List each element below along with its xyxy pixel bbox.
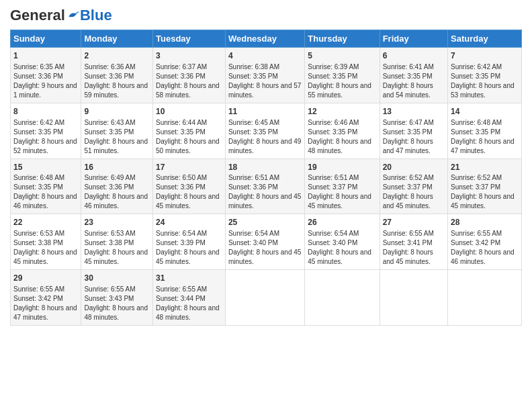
sunrise-text: Sunrise: 6:53 AM <box>13 230 64 237</box>
daylight-text: Daylight: 8 hours and 45 minutes. <box>156 193 220 210</box>
sunrise-text: Sunrise: 6:35 AM <box>13 63 64 71</box>
calendar-cell: 27Sunrise: 6:55 AMSunset: 3:41 PMDayligh… <box>380 214 447 270</box>
sunset-text: Sunset: 3:35 PM <box>13 128 63 136</box>
sunrise-text: Sunrise: 6:43 AM <box>84 119 135 126</box>
calendar-cell: 6Sunrise: 6:41 AMSunset: 3:35 PMDaylight… <box>380 48 447 103</box>
sunset-text: Sunset: 3:38 PM <box>84 239 134 246</box>
day-number: 22 <box>13 217 78 228</box>
daylight-text: Daylight: 8 hours and 50 minutes. <box>156 138 220 154</box>
daylight-text: Daylight: 8 hours and 54 minutes. <box>383 82 433 99</box>
day-number: 14 <box>451 106 519 118</box>
day-number: 21 <box>451 162 519 173</box>
calendar-cell: 16Sunrise: 6:49 AMSunset: 3:36 PMDayligh… <box>81 158 153 214</box>
day-number: 8 <box>13 106 78 118</box>
daylight-text: Daylight: 8 hours and 47 minutes. <box>13 304 77 321</box>
day-number: 11 <box>228 106 302 118</box>
daylight-text: Daylight: 8 hours and 48 minutes. <box>84 304 148 321</box>
daylight-text: Daylight: 8 hours and 45 minutes. <box>156 248 220 265</box>
day-header-friday: Friday <box>380 30 447 48</box>
sunset-text: Sunset: 3:36 PM <box>13 73 63 80</box>
daylight-text: Daylight: 8 hours and 46 minutes. <box>13 193 77 210</box>
daylight-text: Daylight: 8 hours and 47 minutes. <box>451 138 515 154</box>
sunrise-text: Sunrise: 6:42 AM <box>451 63 502 71</box>
daylight-text: Daylight: 8 hours and 55 minutes. <box>308 82 371 99</box>
calendar-cell: 26Sunrise: 6:54 AMSunset: 3:40 PMDayligh… <box>305 214 380 270</box>
daylight-text: Daylight: 8 hours and 45 minutes. <box>383 193 433 210</box>
daylight-text: Daylight: 8 hours and 48 minutes. <box>156 304 220 321</box>
week-row-4: 22Sunrise: 6:53 AMSunset: 3:38 PMDayligh… <box>11 214 522 270</box>
day-number: 30 <box>84 273 150 284</box>
daylight-text: Daylight: 9 hours and 1 minute. <box>13 82 77 99</box>
page-header: General Blue <box>10 7 522 24</box>
daylight-text: Daylight: 8 hours and 48 minutes. <box>308 138 371 154</box>
sunset-text: Sunset: 3:36 PM <box>228 183 278 191</box>
daylight-text: Daylight: 8 hours and 45 minutes. <box>13 248 77 265</box>
sunrise-text: Sunrise: 6:42 AM <box>13 119 64 126</box>
sunset-text: Sunset: 3:40 PM <box>308 239 357 246</box>
day-header-tuesday: Tuesday <box>153 30 226 48</box>
sunset-text: Sunset: 3:37 PM <box>383 183 433 191</box>
sunset-text: Sunset: 3:36 PM <box>84 73 134 80</box>
calendar-cell: 21Sunrise: 6:52 AMSunset: 3:37 PMDayligh… <box>448 158 522 214</box>
daylight-text: Daylight: 8 hours and 58 minutes. <box>156 82 220 99</box>
calendar-cell: 30Sunrise: 6:55 AMSunset: 3:43 PMDayligh… <box>81 270 153 326</box>
calendar-cell: 10Sunrise: 6:44 AMSunset: 3:35 PMDayligh… <box>153 103 226 158</box>
calendar-cell: 24Sunrise: 6:54 AMSunset: 3:39 PMDayligh… <box>153 214 226 270</box>
daylight-text: Daylight: 8 hours and 45 minutes. <box>308 193 371 210</box>
sunrise-text: Sunrise: 6:51 AM <box>308 174 359 181</box>
sunrise-text: Sunrise: 6:39 AM <box>308 63 359 71</box>
logo-blue-text: Blue <box>80 7 112 24</box>
day-header-thursday: Thursday <box>305 30 380 48</box>
page-container: General Blue SundayMondayTuesdayWednesda… <box>0 0 532 332</box>
sunrise-text: Sunrise: 6:48 AM <box>13 174 64 181</box>
sunrise-text: Sunrise: 6:55 AM <box>451 230 502 237</box>
calendar-cell <box>380 270 447 326</box>
day-header-wednesday: Wednesday <box>225 30 304 48</box>
sunset-text: Sunset: 3:35 PM <box>383 128 433 136</box>
sunset-text: Sunset: 3:43 PM <box>84 295 134 302</box>
calendar-cell: 11Sunrise: 6:45 AMSunset: 3:35 PMDayligh… <box>225 103 304 158</box>
sunset-text: Sunset: 3:35 PM <box>228 128 278 136</box>
logo-general-text: General <box>10 7 65 24</box>
day-number: 24 <box>156 217 222 228</box>
sunrise-text: Sunrise: 6:55 AM <box>13 285 64 293</box>
day-number: 27 <box>383 217 445 228</box>
calendar-cell: 2Sunrise: 6:36 AMSunset: 3:36 PMDaylight… <box>81 48 153 103</box>
sunset-text: Sunset: 3:36 PM <box>156 183 206 191</box>
day-number: 28 <box>451 217 519 228</box>
day-number: 2 <box>84 50 150 62</box>
daylight-text: Daylight: 8 hours and 45 minutes. <box>84 248 148 265</box>
sunrise-text: Sunrise: 6:46 AM <box>308 119 359 126</box>
day-number: 16 <box>84 162 150 173</box>
sunrise-text: Sunrise: 6:48 AM <box>451 119 502 126</box>
sunset-text: Sunset: 3:35 PM <box>308 73 357 80</box>
logo-bird-icon <box>66 9 80 22</box>
sunset-text: Sunset: 3:35 PM <box>383 73 433 80</box>
sunset-text: Sunset: 3:39 PM <box>156 239 206 246</box>
daylight-text: Daylight: 8 hours and 49 minutes. <box>228 138 301 154</box>
sunrise-text: Sunrise: 6:52 AM <box>451 174 502 181</box>
calendar-cell: 20Sunrise: 6:52 AMSunset: 3:37 PMDayligh… <box>380 158 447 214</box>
calendar-table: SundayMondayTuesdayWednesdayThursdayFrid… <box>10 30 522 326</box>
day-number: 15 <box>13 162 78 173</box>
calendar-cell: 7Sunrise: 6:42 AMSunset: 3:35 PMDaylight… <box>448 48 522 103</box>
sunset-text: Sunset: 3:42 PM <box>13 295 63 302</box>
sunset-text: Sunset: 3:36 PM <box>84 183 134 191</box>
calendar-cell: 4Sunrise: 6:38 AMSunset: 3:35 PMDaylight… <box>225 48 304 103</box>
sunrise-text: Sunrise: 6:36 AM <box>84 63 135 71</box>
sunrise-text: Sunrise: 6:49 AM <box>84 174 135 181</box>
daylight-text: Daylight: 8 hours and 51 minutes. <box>84 138 148 154</box>
daylight-text: Daylight: 8 hours and 59 minutes. <box>84 82 148 99</box>
logo: General Blue <box>10 7 112 24</box>
daylight-text: Daylight: 8 hours and 46 minutes. <box>451 248 515 265</box>
sunrise-text: Sunrise: 6:50 AM <box>156 174 207 181</box>
sunset-text: Sunset: 3:37 PM <box>451 183 500 191</box>
day-number: 7 <box>451 50 519 62</box>
day-number: 1 <box>13 50 78 62</box>
daylight-text: Daylight: 8 hours and 47 minutes. <box>383 138 433 154</box>
sunset-text: Sunset: 3:36 PM <box>156 73 206 80</box>
sunrise-text: Sunrise: 6:53 AM <box>84 230 135 237</box>
week-row-1: 1Sunrise: 6:35 AMSunset: 3:36 PMDaylight… <box>11 48 522 103</box>
calendar-cell: 17Sunrise: 6:50 AMSunset: 3:36 PMDayligh… <box>153 158 226 214</box>
sunrise-text: Sunrise: 6:45 AM <box>228 119 279 126</box>
